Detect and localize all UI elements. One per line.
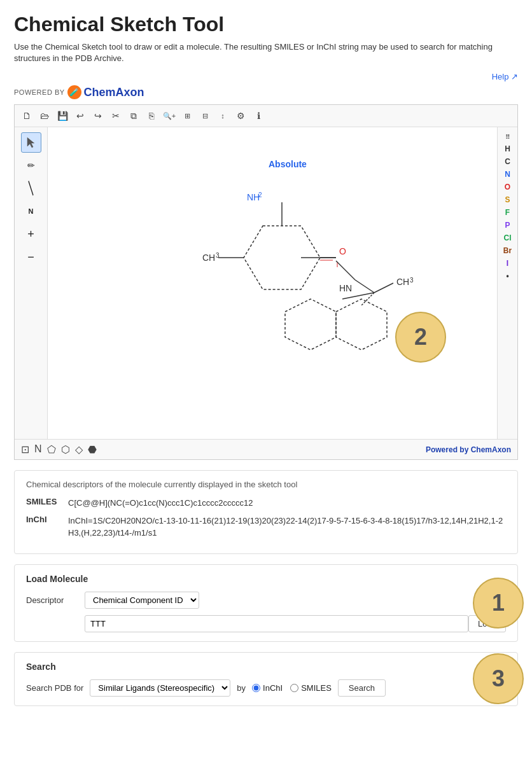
sketcher-bottom-toolbar: ⊡ N ⬠ ⬡ ◇ ⬣ Powered by ChemAxon	[15, 439, 517, 459]
descriptors-card: Chemical descriptors of the molecule cur…	[14, 470, 518, 554]
svg-text:HN: HN	[339, 283, 352, 293]
element-S-btn[interactable]: S	[502, 194, 512, 205]
open-file-icon[interactable]: 🗁	[38, 109, 52, 123]
sketcher-main: ✏ ╱ N + − Absolute NH 2	[15, 127, 517, 439]
smiles-value: C[C@@H](NC(=O)c1cc(N)ccc1C)c1cccc2ccccc1…	[68, 497, 253, 510]
chemaxon-logo-icon: 🧪	[67, 85, 81, 99]
chemaxon-logo-text: ChemAxon	[84, 86, 144, 99]
smiles-label: SMILES	[26, 497, 58, 510]
inchi-radio[interactable]	[252, 684, 260, 692]
inchi-row: InChI InChI=1S/C20H20N2O/c1-13-10-11-16(…	[26, 515, 506, 539]
s-group-icon[interactable]: ⊟	[198, 109, 212, 123]
search-type-select[interactable]: Similar Ligands (Stereospecific) Exact M…	[90, 679, 230, 697]
search-by-radio-group: InChI SMILES	[252, 683, 332, 693]
search-title: Search	[26, 662, 506, 672]
svg-line-10	[336, 261, 355, 280]
powered-by-bar: POWERED BY 🧪 ChemAxon	[14, 85, 518, 99]
shape2-icon[interactable]: ⬣	[88, 443, 97, 455]
descriptor-select[interactable]: Chemical Component ID SMILES InChI	[85, 592, 199, 609]
help-link[interactable]: Help ↗	[14, 72, 518, 81]
cut-icon[interactable]: ✂	[109, 109, 123, 123]
element-dot-btn[interactable]: •	[503, 270, 511, 282]
load-molecule-card: Load Molecule Descriptor Chemical Compon…	[14, 564, 518, 642]
svg-text:CH: CH	[396, 277, 409, 287]
right-toolpanel: ⠿ H C N O S F P Cl Br I •	[497, 127, 517, 439]
grid-dots-btn[interactable]: ⠿	[503, 132, 512, 142]
load-input[interactable]	[85, 615, 468, 632]
page-subtitle: Use the Chemical Sketch tool to draw or …	[14, 41, 518, 64]
smiles-radio-text: SMILES	[301, 683, 332, 693]
element-H-btn[interactable]: H	[502, 143, 513, 155]
element-N-btn[interactable]: N	[502, 169, 513, 180]
smiles-radio-label[interactable]: SMILES	[290, 683, 332, 693]
svg-text:O: O	[339, 246, 346, 256]
search-pdb-label: Search PDB for	[26, 683, 83, 693]
badge-2: 2	[395, 312, 446, 363]
element-I-btn[interactable]: I	[504, 258, 511, 269]
svg-text:2: 2	[258, 191, 262, 198]
element-O-btn[interactable]: O	[502, 181, 513, 193]
draw-tool-btn[interactable]: ✏	[21, 155, 41, 176]
arrow-icon[interactable]: ↕	[216, 109, 230, 123]
smiles-row: SMILES C[C@@H](NC(=O)c1cc(N)ccc1C)c1cccc…	[26, 497, 506, 510]
zoom-in-btn[interactable]: +	[21, 224, 41, 244]
svg-line-13	[374, 283, 393, 293]
svg-text:3: 3	[216, 252, 220, 259]
shape1-icon[interactable]: ◇	[75, 443, 83, 455]
template-ring-icon[interactable]: ⊞	[180, 109, 194, 123]
settings-icon[interactable]: ⚙	[234, 109, 248, 123]
chemaxon-logo[interactable]: 🧪 ChemAxon	[67, 85, 144, 99]
info-icon[interactable]: ℹ	[251, 109, 265, 123]
element-P-btn[interactable]: P	[502, 219, 512, 231]
template-icon[interactable]: ⊡	[21, 443, 29, 455]
badge-1: 1	[473, 578, 524, 629]
page-title: Chemical Sketch Tool	[14, 13, 518, 36]
zoom-icon[interactable]: 🔍+	[162, 109, 176, 123]
descriptor-label: Descriptor	[26, 595, 77, 605]
paste-icon[interactable]: ⎘	[144, 109, 158, 123]
element-C-btn[interactable]: C	[502, 156, 513, 167]
undo-icon[interactable]: ↩	[73, 109, 87, 123]
svg-marker-17	[285, 299, 336, 350]
inchi-radio-text: InChI	[263, 683, 283, 693]
sketcher-container: 🗋 🗁 💾 ↩ ↪ ✂ ⧉ ⎘ 🔍+ ⊞ ⊟ ↕ ⚙ ℹ	[14, 104, 518, 460]
smiles-radio[interactable]	[290, 684, 298, 692]
copy-icon[interactable]: ⧉	[127, 109, 141, 123]
bottom-left-tools: ⊡ N ⬠ ⬡ ◇ ⬣	[21, 443, 97, 455]
redo-icon[interactable]: ↪	[91, 109, 105, 123]
descriptors-header: Chemical descriptors of the molecule cur…	[26, 480, 506, 489]
save-icon[interactable]: 💾	[55, 109, 69, 123]
svg-line-12	[355, 280, 374, 293]
sketcher-toolbar: 🗋 🗁 💾 ↩ ↪ ✂ ⧉ ⎘ 🔍+ ⊞ ⊟ ↕ ⚙ ℹ	[15, 105, 517, 127]
svg-text:3: 3	[410, 277, 414, 284]
select-tool-btn[interactable]	[21, 132, 41, 153]
zoom-out-btn[interactable]: −	[21, 247, 41, 267]
left-toolpanel: ✏ ╱ N + −	[15, 127, 48, 439]
search-button[interactable]: Search	[338, 679, 386, 697]
search-form-row: Search PDB for Similar Ligands (Stereosp…	[26, 679, 506, 697]
sgroup-icon[interactable]: N	[34, 443, 42, 455]
new-file-icon[interactable]: 🗋	[20, 109, 34, 123]
load-input-row: Load	[85, 615, 506, 632]
line-tool-btn[interactable]: ╱	[17, 174, 45, 203]
zoom-label-btn[interactable]: N	[21, 201, 41, 221]
element-Cl-btn[interactable]: Cl	[501, 232, 514, 244]
inchi-radio-label[interactable]: InChI	[252, 683, 283, 693]
bottom-powered-text: Powered by ChemAxon	[426, 445, 511, 454]
inchi-value: InChI=1S/C20H20N2O/c1-13-10-11-16(21)12-…	[68, 515, 506, 539]
svg-text:CH: CH	[202, 253, 215, 263]
search-card: Search Search PDB for Similar Ligands (S…	[14, 652, 518, 706]
hexagon-icon[interactable]: ⬡	[61, 443, 70, 455]
load-molecule-title: Load Molecule	[26, 574, 506, 584]
inchi-label: InChI	[26, 515, 58, 539]
element-F-btn[interactable]: F	[503, 207, 512, 218]
svg-marker-18	[336, 299, 387, 350]
element-Br-btn[interactable]: Br	[501, 245, 514, 256]
badge-3: 3	[473, 653, 524, 704]
pentagon-icon[interactable]: ⬠	[47, 443, 56, 455]
descriptor-form-row: Descriptor Chemical Component ID SMILES …	[26, 592, 506, 609]
by-label: by	[237, 683, 246, 693]
powered-by-text: POWERED BY	[14, 88, 65, 96]
molecule-canvas[interactable]: Absolute NH 2 CH 3	[48, 127, 497, 439]
